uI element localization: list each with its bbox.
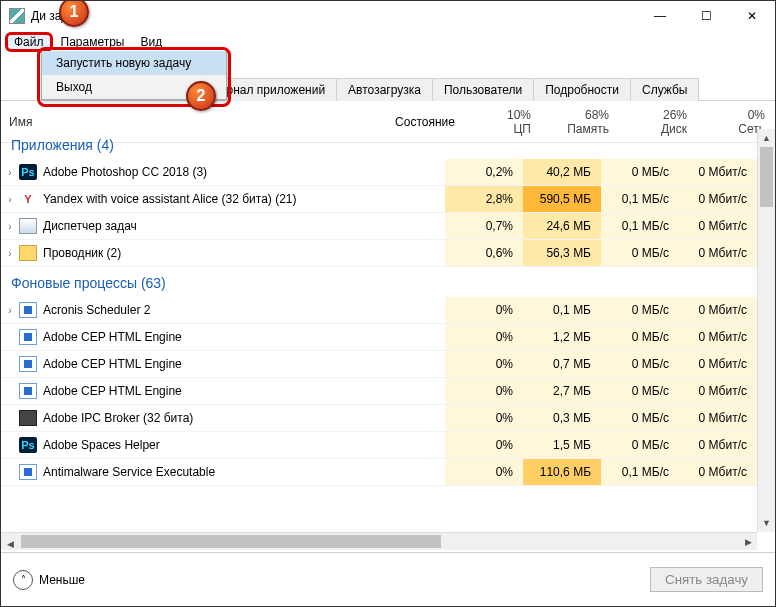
horizontal-scrollbar[interactable]: ◀ ▶	[1, 532, 757, 550]
process-name: Adobe CEP HTML Engine	[43, 357, 365, 371]
menu-file[interactable]: Файл	[5, 32, 53, 52]
disk-cell: 0,1 МБ/с	[601, 186, 679, 212]
scroll-right-icon[interactable]: ▶	[739, 533, 757, 550]
end-task-button[interactable]: Снять задачу	[650, 567, 763, 592]
net-cell: 0 Мбит/с	[679, 405, 757, 431]
net-cell: 0 Мбит/с	[679, 186, 757, 212]
cpu-cell: 0%	[445, 351, 523, 377]
chevron-up-icon: ˄	[13, 570, 33, 590]
net-cell: 0 Мбит/с	[679, 297, 757, 323]
tm-icon	[19, 218, 37, 234]
process-name: Adobe CEP HTML Engine	[43, 330, 365, 344]
mem-cell: 40,2 МБ	[523, 159, 601, 185]
footer: ˄ Меньше Снять задачу	[1, 552, 775, 606]
menu-view[interactable]: Вид	[132, 33, 170, 51]
process-name: Antimalware Service Executable	[43, 465, 365, 479]
disk-cell: 0 МБ/с	[601, 297, 679, 323]
scroll-left-icon[interactable]: ◀	[1, 536, 19, 551]
process-list: Приложения (4)›PsAdobe Photoshop CC 2018…	[1, 129, 775, 550]
cpu-cell: 0,7%	[445, 213, 523, 239]
mem-cell: 590,5 МБ	[523, 186, 601, 212]
process-name: Adobe Spaces Helper	[43, 438, 365, 452]
mem-cell: 1,2 МБ	[523, 324, 601, 350]
process-row[interactable]: ›Acronis Scheduler 20%0,1 МБ0 МБ/с0 Мбит…	[1, 297, 757, 324]
y-icon: Y	[19, 191, 37, 207]
process-row[interactable]: Adobe IPC Broker (32 бита)0%0,3 МБ0 МБ/с…	[1, 405, 757, 432]
disk-cell: 0,1 МБ/с	[601, 459, 679, 485]
process-name: Yandex with voice assistant Alice (32 би…	[43, 192, 365, 206]
section-background: Фоновые процессы (63)	[1, 267, 757, 297]
scroll-thumb[interactable]	[760, 147, 773, 207]
header-state[interactable]: Состояние	[383, 115, 463, 129]
maximize-button[interactable]: ☐	[683, 1, 729, 31]
disk-cell: 0 МБ/с	[601, 351, 679, 377]
menu-options[interactable]: Параметры	[53, 33, 133, 51]
tab-details[interactable]: Подробности	[533, 78, 631, 101]
close-button[interactable]: ✕	[729, 1, 775, 31]
tab-startup[interactable]: Автозагрузка	[336, 78, 433, 101]
mem-cell: 56,3 МБ	[523, 240, 601, 266]
process-row[interactable]: ›Диспетчер задач0,7%24,6 МБ0,1 МБ/с0 Мби…	[1, 213, 757, 240]
ipc-icon	[19, 410, 37, 426]
expand-icon[interactable]: ›	[1, 248, 19, 259]
disk-cell: 0 МБ/с	[601, 324, 679, 350]
app-icon	[9, 8, 25, 24]
expand-icon[interactable]: ›	[1, 305, 19, 316]
disk-cell: 0 МБ/с	[601, 378, 679, 404]
section-apps: Приложения (4)	[1, 129, 757, 159]
vertical-scrollbar[interactable]: ▲ ▼	[757, 129, 775, 532]
net-cell: 0 Мбит/с	[679, 351, 757, 377]
mem-cell: 0,1 МБ	[523, 297, 601, 323]
net-cell: 0 Мбит/с	[679, 459, 757, 485]
mem-cell: 110,6 МБ	[523, 459, 601, 485]
header-name[interactable]: Имя	[1, 115, 383, 129]
process-name: Adobe IPC Broker (32 бита)	[43, 411, 365, 425]
tab-users[interactable]: Пользователи	[432, 78, 534, 101]
cpu-cell: 0%	[445, 324, 523, 350]
hscroll-thumb[interactable]	[21, 535, 441, 548]
gn-icon	[19, 302, 37, 318]
mem-cell: 0,7 МБ	[523, 351, 601, 377]
cpu-cell: 0%	[445, 459, 523, 485]
cpu-cell: 0%	[445, 378, 523, 404]
titlebar: Ди задач — ☐ ✕	[1, 1, 775, 31]
tab-services[interactable]: Службы	[630, 78, 699, 101]
process-row[interactable]: Antimalware Service Executable0%110,6 МБ…	[1, 459, 757, 486]
process-name: Acronis Scheduler 2	[43, 303, 365, 317]
process-row[interactable]: ›YYandex with voice assistant Alice (32 …	[1, 186, 757, 213]
net-cell: 0 Мбит/с	[679, 240, 757, 266]
minimize-button[interactable]: —	[637, 1, 683, 31]
gn-icon	[19, 356, 37, 372]
gn-icon	[19, 329, 37, 345]
net-cell: 0 Мбит/с	[679, 213, 757, 239]
net-cell: 0 Мбит/с	[679, 432, 757, 458]
cpu-cell: 2,8%	[445, 186, 523, 212]
mem-cell: 2,7 МБ	[523, 378, 601, 404]
disk-cell: 0 МБ/с	[601, 159, 679, 185]
tab-app-history[interactable]: рнал приложений	[224, 78, 338, 101]
expand-icon[interactable]: ›	[1, 221, 19, 232]
process-row[interactable]: Adobe CEP HTML Engine0%2,7 МБ0 МБ/с0 Мби…	[1, 378, 757, 405]
ex-icon	[19, 245, 37, 261]
process-name: Проводник (2)	[43, 246, 365, 260]
cpu-cell: 0,2%	[445, 159, 523, 185]
process-row[interactable]: ›Проводник (2)0,6%56,3 МБ0 МБ/с0 Мбит/с	[1, 240, 757, 267]
ps-icon: Ps	[19, 164, 37, 180]
ps-icon: Ps	[19, 437, 37, 453]
process-row[interactable]: Adobe CEP HTML Engine0%0,7 МБ0 МБ/с0 Мби…	[1, 351, 757, 378]
process-row[interactable]: Adobe CEP HTML Engine0%1,2 МБ0 МБ/с0 Мби…	[1, 324, 757, 351]
expand-icon[interactable]: ›	[1, 167, 19, 178]
gn-icon	[19, 464, 37, 480]
process-row[interactable]: ›PsAdobe Photoshop CC 2018 (3)0,2%40,2 М…	[1, 159, 757, 186]
gn-icon	[19, 383, 37, 399]
process-name: Диспетчер задач	[43, 219, 365, 233]
mem-cell: 1,5 МБ	[523, 432, 601, 458]
menu-run-new-task[interactable]: Запустить новую задачу	[42, 51, 226, 75]
scroll-up-icon[interactable]: ▲	[758, 129, 775, 147]
expand-icon[interactable]: ›	[1, 194, 19, 205]
scroll-down-icon[interactable]: ▼	[758, 514, 775, 532]
fewer-details-button[interactable]: ˄ Меньше	[13, 570, 85, 590]
cpu-cell: 0%	[445, 297, 523, 323]
net-cell: 0 Мбит/с	[679, 378, 757, 404]
process-row[interactable]: PsAdobe Spaces Helper0%1,5 МБ0 МБ/с0 Мби…	[1, 432, 757, 459]
